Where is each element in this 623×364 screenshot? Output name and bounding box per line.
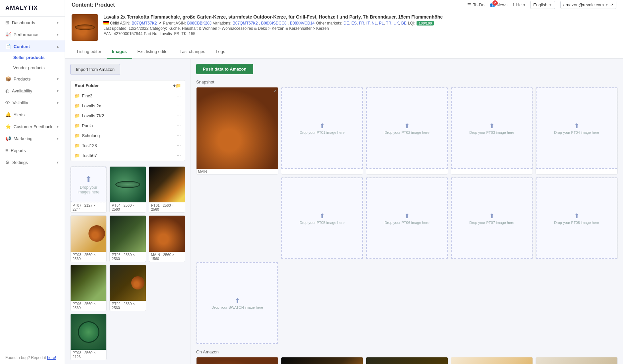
help-button[interactable]: ℹ Help (513, 2, 525, 7)
snapshot-pt06-drop[interactable]: ⬆ Drop your PT06 image here (366, 178, 448, 259)
variation-3-link[interactable]: B08X4VCD14 (290, 21, 315, 26)
market-de[interactable]: DE (344, 21, 349, 26)
language-value: English (533, 2, 547, 7)
folder-item-test567[interactable]: 📁 Test567 ··· (71, 151, 185, 161)
amazon-img-pt03[interactable]: PT03 2560 × 2560 (451, 357, 533, 364)
sidebar-item-settings[interactable]: ⚙ Settings ▼ (0, 156, 65, 168)
sidebar-item-alerts[interactable]: 🔔 Alerts (0, 109, 65, 121)
market-pl[interactable]: PL (379, 21, 384, 26)
tab-listing-editor[interactable]: Listing editor (72, 45, 107, 59)
folder-add-button[interactable]: +📁 (173, 83, 181, 88)
upload-icon: ⬆ (404, 122, 410, 130)
snapshot-pt08-cell[interactable]: ⬆ Drop your PT08 image here (536, 177, 618, 259)
folder-menu-button[interactable]: ··· (177, 153, 181, 159)
market-tr[interactable]: TR (386, 21, 391, 26)
sidebar-item-customer-feedback[interactable]: ⭐ Customer Feedback ▼ (0, 121, 65, 132)
tab-images[interactable]: Images (107, 45, 132, 59)
folder-item-lavalis2x[interactable]: 📁 Lavalis 2x ··· (71, 101, 185, 111)
snapshot-pt07-cell[interactable]: ⬆ Drop your PT07 image here (451, 177, 533, 259)
snapshot-pt05-drop[interactable]: ⬆ Drop your PT05 image here (281, 178, 363, 259)
on-amazon-label: On Amazon (196, 349, 618, 354)
image-cell-pt04[interactable]: PT04 2560 × 2560 (109, 166, 146, 213)
variation-2-link[interactable]: B08X4SDCC8 (261, 21, 287, 26)
snapshot-pt03-cell[interactable]: ⬆ Drop your PT03 image here (451, 87, 533, 175)
sidebar-item-vendor-products[interactable]: Vendor products (0, 63, 65, 73)
snapshot-swatch-cell[interactable]: ⬆ Drop your SWATCH image here (196, 262, 278, 344)
amazon-img-pt04[interactable]: PT04 2560 × 2560 (536, 357, 618, 364)
folder-menu-button[interactable]: ··· (177, 143, 181, 149)
news-button[interactable]: 👥 2 News (490, 2, 508, 7)
parent-asin-link[interactable]: B08CBBK28J (187, 21, 211, 26)
image-cell-pt07-drop[interactable]: ⬆ Drop your images here PT07 2127 × 2244 (70, 166, 107, 213)
language-selector[interactable]: English ▼ (530, 1, 555, 9)
snapshot-pt05-cell[interactable]: ⬆ Drop your PT05 image here (281, 177, 363, 259)
sidebar-item-marketing[interactable]: 📢 Marketing ▼ (0, 132, 65, 144)
tab-logs[interactable]: Logs (210, 45, 230, 59)
snapshot-pt03-drop[interactable]: ⬆ Drop your PT03 image here (451, 87, 533, 169)
upload-icon: ⬆ (574, 122, 580, 130)
folder-menu-button[interactable]: ··· (177, 113, 181, 119)
image-cell-pt06[interactable]: PT06 2560 × 2560 (70, 265, 107, 311)
snapshot-pt01-cell[interactable]: ⬆ Drop your PT01 image here (281, 87, 363, 175)
image-cell-pt01[interactable]: PT01 2560 × 2560 (149, 166, 185, 213)
todo-button[interactable]: ☰ To-Do (467, 2, 484, 7)
sidebar-item-availability[interactable]: ◐ Availability ▼ (0, 85, 65, 97)
image-cell-pt08[interactable]: PT08 2560 × 2126 (70, 314, 107, 360)
topbar: Content: Product ☰ To-Do 👥 2 News ℹ Help… (65, 0, 623, 10)
sidebar-label-performance: Performance (14, 32, 38, 37)
sidebar-item-products[interactable]: 📦 Products ▼ (0, 73, 65, 85)
snapshot-swatch-drop[interactable]: ⬆ Drop your SWATCH image here (197, 262, 278, 344)
snapshot-pt06-cell[interactable]: ⬆ Drop your PT06 image here (366, 177, 448, 259)
sidebar-item-seller-products[interactable]: Seller products (0, 52, 65, 63)
snapshot-pt01-drop[interactable]: ⬆ Drop your PT01 image here (281, 87, 363, 169)
push-amazon-button[interactable]: Push data to Amazon (196, 64, 253, 74)
image-cell-pt03[interactable]: PT03 2560 × 2560 (70, 215, 107, 262)
folder-menu-button[interactable]: ··· (177, 133, 181, 139)
image-cell-pt05[interactable]: PT05 2560 × 2560 (109, 215, 146, 262)
folder-menu-button[interactable]: ··· (177, 103, 181, 109)
image-cell-pt02[interactable]: PT02 2560 × 2560 (109, 265, 146, 311)
tab-last-changes[interactable]: Last changes (174, 45, 210, 59)
snapshot-pt02-cell[interactable]: ⬆ Drop your PT02 image here (366, 87, 448, 175)
snapshot-main-cell[interactable]: MAIN × (196, 87, 278, 175)
market-uk[interactable]: UK (393, 21, 399, 26)
image-cell-main[interactable]: MAIN 2560 × 1560 (149, 215, 185, 262)
tab-ext-listing-editor[interactable]: Ext. listing editor (132, 45, 174, 59)
sidebar-item-content[interactable]: 📄 Content ▲ (0, 40, 65, 52)
left-panel: Import from Amazon Root Folder +📁 📁 Finc… (65, 59, 191, 364)
main-close-button[interactable]: × (274, 88, 277, 93)
child-asin-link[interactable]: B07QMT57K2 (132, 21, 157, 26)
snapshot-pt04-cell[interactable]: ⬆ Drop your PT04 image here (536, 87, 618, 175)
sidebar-item-performance[interactable]: 📈 Performance ▼ (0, 28, 65, 40)
folder-name-lavalis2x: Lavalis 2x (82, 103, 101, 108)
import-amazon-button[interactable]: Import from Amazon (70, 64, 120, 75)
variation-1-link[interactable]: B07QMT57K2 (233, 21, 258, 26)
amazon-img-main[interactable]: MAIN 2560 × 1560 (196, 357, 278, 364)
folder-menu-button[interactable]: ··· (177, 123, 181, 129)
snapshot-pt02-drop[interactable]: ⬆ Drop your PT02 image here (366, 87, 448, 169)
market-nl[interactable]: NL (372, 21, 377, 26)
folder-item-paula[interactable]: 📁 Paula ··· (71, 121, 185, 131)
snapshot-pt04-drop[interactable]: ⬆ Drop your PT04 image here (536, 87, 617, 169)
folder-item-finc3[interactable]: 📁 Finc3 ··· (71, 91, 185, 101)
email-selector[interactable]: amazon@revoic.com ▼ ↗ (560, 1, 616, 9)
folder-menu-button[interactable]: ··· (177, 93, 181, 99)
folder-item-schulung[interactable]: 📁 Schulung ··· (71, 131, 185, 141)
sidebar-item-visibility[interactable]: 👁 Visibility ▼ (0, 97, 65, 109)
snapshot-pt07-drop[interactable]: ⬆ Drop your PT07 image here (451, 178, 533, 259)
folder-item-test123[interactable]: 📁 Test123 ··· (71, 141, 185, 151)
drop-zone-pt07[interactable]: ⬆ Drop your images here (71, 167, 106, 202)
market-es[interactable]: ES (351, 21, 357, 26)
bug-report-link[interactable]: here! (47, 355, 56, 360)
sidebar-item-dashboards[interactable]: ⊞ Dashboards ▼ (0, 17, 65, 28)
market-it[interactable]: IT (367, 21, 369, 26)
amazon-img-pt02[interactable]: PT02 2560 × 2560 (366, 357, 448, 364)
todo-icon: ☰ (467, 2, 471, 7)
snapshot-pt08-drop[interactable]: ⬆ Drop your PT08 image here (536, 178, 617, 259)
sidebar-item-reports[interactable]: ≡ Reports (0, 144, 65, 156)
folder-item-lavalis7k2[interactable]: 📁 Lavalis 7K2 ··· (71, 111, 185, 121)
amazon-img-pt01[interactable]: PT01 2560 × 2560 (281, 357, 363, 364)
market-be[interactable]: BE (401, 21, 407, 26)
market-fr[interactable]: FR (359, 21, 364, 26)
product-header: Lavalis 2x Terrakotta Flammschale, große… (65, 10, 623, 45)
